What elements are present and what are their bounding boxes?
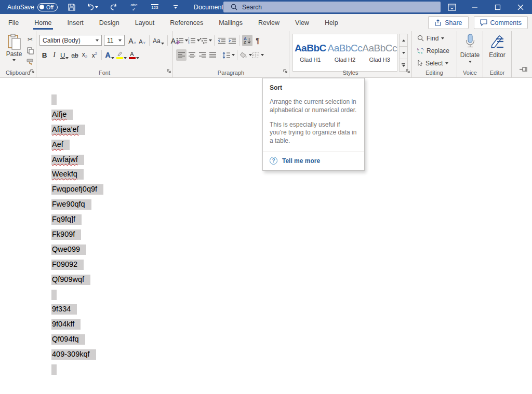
format-painter-button[interactable]	[25, 57, 35, 67]
ribbon-display-options-button[interactable]	[441, 0, 463, 14]
decrease-indent-button[interactable]	[217, 35, 227, 46]
doc-line[interactable]: Fq9fq]f	[51, 214, 103, 225]
doc-line[interactable]: F09092	[51, 260, 103, 270]
numbering-button[interactable]: 123	[148, 0, 162, 14]
font-color-button[interactable]: A	[128, 49, 140, 60]
paste-dropdown-chevron[interactable]	[12, 59, 16, 61]
bullets-button[interactable]	[176, 35, 188, 46]
collapse-ribbon-pin-button[interactable]	[520, 65, 528, 74]
underline-chevron[interactable]	[65, 57, 69, 59]
doc-line[interactable]	[51, 290, 103, 300]
line-spacing-chevron[interactable]	[232, 54, 235, 56]
find-button[interactable]: Find	[417, 33, 457, 44]
bold-button[interactable]: B	[39, 49, 49, 60]
select-chevron[interactable]	[445, 62, 448, 64]
doc-line[interactable]: Aifje	[51, 110, 103, 120]
strikethrough-button[interactable]: ab	[70, 49, 79, 60]
cut-button[interactable]: ✂	[25, 34, 35, 44]
doc-line[interactable]: 9f334	[51, 304, 103, 315]
borders-button[interactable]	[252, 49, 264, 61]
borders-chevron[interactable]	[261, 54, 264, 56]
align-center-button[interactable]	[187, 49, 197, 61]
font-name-select[interactable]: Calibri (Body)	[39, 35, 102, 46]
copy-button[interactable]	[25, 46, 35, 56]
save-button[interactable]	[65, 0, 78, 14]
style-glad-h1[interactable]: AaBbC Glad H1	[293, 34, 328, 71]
tab-help[interactable]: Help	[324, 15, 339, 31]
shrink-font-button[interactable]: A˅	[137, 35, 147, 46]
editor-button[interactable]: Editor	[483, 34, 511, 59]
superscript-button[interactable]: x2	[89, 49, 99, 60]
increase-indent-button[interactable]	[227, 35, 237, 46]
tab-references[interactable]: References	[169, 15, 204, 31]
underline-button[interactable]: U	[59, 49, 70, 60]
paragraph-dialog-launcher[interactable]	[283, 66, 288, 76]
minimize-button[interactable]	[463, 0, 486, 14]
clipboard-dialog-launcher[interactable]	[30, 66, 35, 76]
dictate-button[interactable]: Dictate	[457, 34, 483, 63]
align-left-button[interactable]	[176, 49, 187, 61]
doc-line[interactable]: Fk909f	[51, 229, 103, 240]
doc-line[interactable]	[51, 364, 103, 375]
font-dialog-launcher[interactable]	[166, 66, 171, 76]
text-highlight-button[interactable]	[115, 49, 128, 60]
italic-button[interactable]: I	[49, 49, 59, 60]
justify-button[interactable]	[207, 49, 218, 61]
tab-layout[interactable]: Layout	[134, 15, 156, 31]
doc-line[interactable]: Qwe099	[51, 244, 103, 255]
close-button[interactable]	[509, 0, 532, 14]
doc-line[interactable]: Qf909wqf	[51, 275, 103, 285]
styles-scroll-up-button[interactable]	[399, 34, 408, 47]
doc-line[interactable]: Fwqpoefj0q9f	[51, 184, 103, 195]
replace-button[interactable]: b c Replace	[417, 45, 457, 56]
spelling-grammar-button[interactable]: abc ✓	[127, 0, 141, 14]
shading-button[interactable]	[240, 49, 252, 61]
autosave-toggle[interactable]: Off	[37, 3, 58, 11]
dictate-chevron[interactable]	[469, 61, 472, 63]
doc-line[interactable]: Weekfq	[51, 169, 103, 180]
line-spacing-button[interactable]	[222, 49, 235, 61]
tab-mailings[interactable]: Mailings	[218, 15, 244, 31]
undo-dropdown-chevron[interactable]	[95, 6, 98, 8]
multilevel-chevron[interactable]	[209, 39, 212, 42]
tab-home[interactable]: Home	[33, 15, 52, 31]
share-button[interactable]: Share	[428, 16, 468, 29]
customize-quick-access-button[interactable]	[169, 0, 182, 14]
highlight-chevron[interactable]	[124, 57, 127, 59]
text-effects-chevron[interactable]	[111, 57, 114, 59]
doc-line[interactable]: Fwe90qfq	[51, 199, 103, 210]
sort-button[interactable]: A Z	[242, 35, 252, 46]
tab-design[interactable]: Design	[98, 15, 121, 31]
styles-dialog-launcher[interactable]	[405, 66, 410, 76]
style-glad-h3[interactable]: AaBbCc Glad H3	[362, 34, 397, 71]
font-size-select[interactable]: 11	[104, 35, 125, 46]
redo-button[interactable]	[107, 0, 120, 14]
doc-line[interactable]: 409-309kqf	[51, 349, 103, 360]
doc-line[interactable]: Awfajwf	[51, 155, 103, 165]
select-button[interactable]: Select	[417, 58, 457, 69]
tab-review[interactable]: Review	[257, 15, 281, 31]
text-effects-button[interactable]: A	[104, 49, 115, 60]
multilevel-list-button[interactable]	[200, 35, 212, 46]
find-chevron[interactable]	[441, 37, 444, 39]
search-box[interactable]: Search	[223, 2, 441, 12]
tab-file[interactable]: File	[7, 15, 20, 31]
change-case-button[interactable]: Aa	[152, 35, 165, 46]
paste-button[interactable]: Paste	[4, 34, 24, 71]
style-glad-h2[interactable]: AaBbCc Glad H2	[328, 34, 363, 71]
tab-view[interactable]: View	[294, 15, 310, 31]
doc-line[interactable]: Aef	[51, 140, 103, 150]
tab-insert[interactable]: Insert	[66, 15, 85, 31]
numbering-list-button[interactable]: 123	[188, 35, 200, 46]
styles-scroll-down-button[interactable]	[399, 47, 408, 59]
subscript-button[interactable]: x2	[79, 49, 89, 60]
tell-me-more-link[interactable]: ? Tell me more	[263, 152, 364, 170]
align-right-button[interactable]	[197, 49, 207, 61]
grow-font-button[interactable]: A˄	[127, 35, 137, 46]
doc-line[interactable]: Qf094fq	[51, 334, 103, 345]
show-formatting-marks-button[interactable]: ¶	[252, 35, 263, 46]
font-color-chevron[interactable]	[136, 57, 139, 59]
doc-line[interactable]: Afijea’ef	[51, 125, 103, 135]
maximize-button[interactable]	[486, 0, 509, 14]
doc-line[interactable]	[51, 94, 103, 105]
